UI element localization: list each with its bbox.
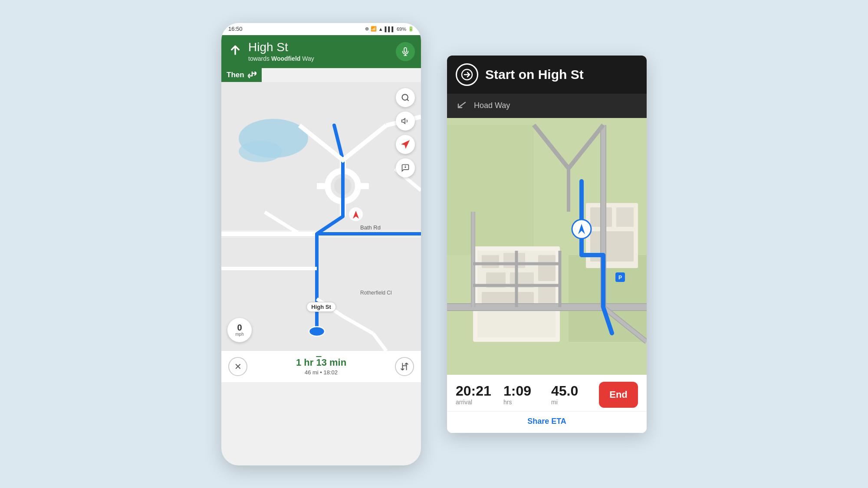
eta-arrival-time: 18:02 <box>324 369 338 376</box>
arrival-value: 20:21 <box>456 384 503 398</box>
sub-street-label: Hoad Way <box>474 101 510 110</box>
nav-header-left: High St towards Woodfield Way <box>221 35 421 68</box>
arrival-stat: 20:21 arrival <box>456 384 503 406</box>
speed-unit: mph <box>235 332 243 337</box>
map-area-left: Bath Rd Bath Rd Rotherfield Cl <box>221 82 421 351</box>
svg-text:Rotherfield Cl: Rotherfield Cl <box>360 290 392 296</box>
svg-point-8 <box>309 327 325 336</box>
signal-icon: ▌▌▌ <box>385 26 395 32</box>
eta-text: 1 hr 13 min <box>296 357 346 368</box>
direction-arrow-up <box>227 43 243 59</box>
street-bold: High <box>248 40 273 54</box>
share-eta-bar: Share ETA <box>447 411 647 433</box>
battery-display: 69% <box>397 26 406 32</box>
circle-arrow-icon <box>456 63 478 86</box>
wifi-icon: ▲ <box>378 26 383 32</box>
search-button[interactable] <box>396 88 415 107</box>
sound-button[interactable] <box>396 111 415 131</box>
bottom-stats: 20:21 arrival 1:09 hrs 45.0 mi End <box>447 375 647 411</box>
main-street-label: Start on High St <box>485 67 584 82</box>
hrs-value: 1:09 <box>503 384 551 398</box>
hrs-label: hrs <box>503 399 551 406</box>
street-label-high-st: High St <box>306 302 336 312</box>
towards-suffix: Way <box>300 55 314 62</box>
eta-time-display: 1 hr 13 min <box>296 357 346 368</box>
arrival-label: arrival <box>456 399 503 406</box>
mic-button[interactable] <box>396 42 415 61</box>
eta-distance: 46 mi <box>305 369 319 376</box>
eta-details: 46 mi • 18:02 <box>296 369 346 376</box>
then-label: Then <box>227 71 244 79</box>
svg-text:Bath Rd: Bath Rd <box>360 224 381 231</box>
eta-separator: • <box>320 369 323 376</box>
mi-label: mi <box>551 399 599 406</box>
nav-header-right-sub: Hoad Way <box>447 94 647 118</box>
routes-button[interactable] <box>395 357 414 376</box>
svg-marker-12 <box>402 118 405 124</box>
map-controls <box>396 88 415 177</box>
end-button[interactable]: End <box>599 382 638 408</box>
eta-info: 1 hr 13 min 46 mi • 18:02 <box>296 357 346 376</box>
location-button[interactable] <box>396 135 415 154</box>
main-container: 16:50 ⊕ 📶 ▲ ▌▌▌ 69% 🔋 High S <box>0 0 868 488</box>
svg-rect-31 <box>616 207 634 227</box>
mi-value: 45.0 <box>551 384 599 398</box>
svg-point-11 <box>402 94 408 100</box>
status-bar-left: 16:50 ⊕ 📶 ▲ ▌▌▌ 69% 🔋 <box>221 23 421 35</box>
right-phone: Start on High St Hoad Way <box>447 56 647 433</box>
svg-point-2 <box>239 141 282 162</box>
svg-rect-23 <box>503 253 525 268</box>
cancel-button[interactable]: ✕ <box>228 357 247 376</box>
speed-display: 0 mph <box>227 318 252 342</box>
mi-stat: 45.0 mi <box>551 384 599 406</box>
map-area-right: P <box>447 118 647 375</box>
battery-icon: 🔋 <box>408 26 414 32</box>
nav-header-left-content: High St towards Woodfield Way <box>227 41 314 62</box>
then-badge: Then <box>221 68 262 82</box>
svg-point-14 <box>405 167 406 167</box>
bottom-bar-left: ✕ 1 hr 13 min 46 mi • 18:02 <box>221 351 421 382</box>
svg-rect-27 <box>538 255 556 281</box>
left-phone: 16:50 ⊕ 📶 ▲ ▌▌▌ 69% 🔋 High S <box>221 23 421 465</box>
nav-header-right-top: Start on High St <box>447 56 647 94</box>
svg-marker-13 <box>402 141 409 147</box>
towards-bold: Woodfield <box>271 55 300 62</box>
hrs-stat: 1:09 hrs <box>503 384 551 406</box>
towards-label: towards <box>248 55 270 62</box>
street-info: High St towards Woodfield Way <box>248 41 314 62</box>
feedback-button[interactable] <box>396 158 415 177</box>
high-st-chip: High St <box>306 302 336 312</box>
street-name: High St <box>248 41 314 54</box>
share-eta-button[interactable]: Share ETA <box>527 417 566 426</box>
sim-icon: 📶 <box>371 26 377 32</box>
svg-rect-18 <box>447 125 534 255</box>
svg-rect-22 <box>482 255 499 268</box>
street-suffix: St <box>273 40 288 54</box>
time-display: 16:50 <box>228 26 243 32</box>
status-icons: ⊕ 📶 ▲ ▌▌▌ 69% 🔋 <box>365 26 414 32</box>
svg-text:P: P <box>618 275 622 281</box>
towards-info: towards Woodfield Way <box>248 55 314 62</box>
location-icon-status: ⊕ <box>365 26 369 32</box>
speed-value: 0 <box>237 323 242 332</box>
